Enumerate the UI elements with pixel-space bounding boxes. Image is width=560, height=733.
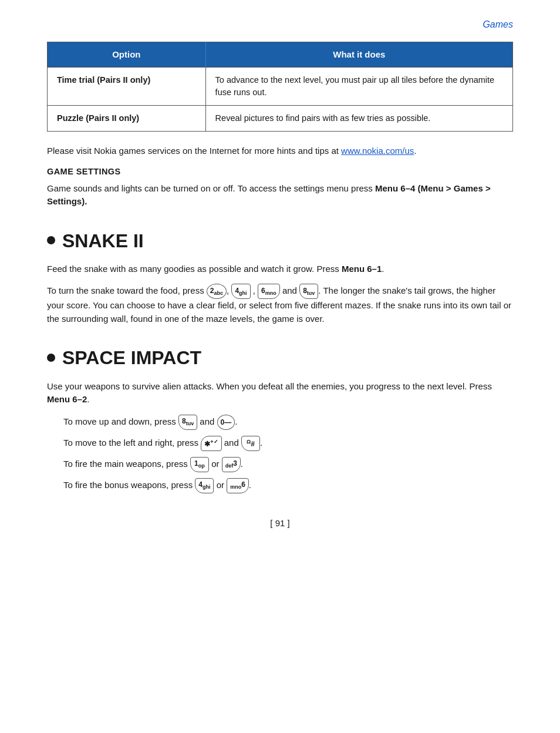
page-header: Games	[47, 18, 513, 31]
space-bullet	[47, 354, 55, 362]
space-heading: SPACE IMPACT	[62, 344, 201, 371]
space-heading-block: SPACE IMPACT	[47, 344, 513, 371]
header-title: Games	[483, 19, 513, 29]
table-row: Time trial (Pairs II only)To advance to …	[48, 67, 513, 105]
key-4ghi: 4ghi	[231, 284, 250, 299]
space-move-lr: To move to the left and right, press ✱+✓…	[63, 436, 513, 451]
key-6mno: 6mno	[258, 284, 280, 299]
table-cell-description: To advance to the next level, you must p…	[205, 67, 512, 105]
snake-para2: To turn the snake toward the food, press…	[47, 284, 513, 325]
snake-heading: SNAKE II	[62, 227, 144, 254]
space-move-updown: To move up and down, press 8tuv and 0—.	[63, 415, 513, 430]
key-1qp-space: 1op	[190, 457, 209, 472]
key-star-space: ✱+✓	[201, 436, 221, 451]
key-0-space: 0—	[217, 415, 235, 430]
nokia-link[interactable]: www.nokia.com/us	[341, 146, 414, 156]
snake-para1: Feed the snake with as many goodies as p…	[47, 263, 513, 276]
snake-heading-block: SNAKE II	[47, 227, 513, 254]
table-cell-option: Puzzle (Pairs II only)	[48, 105, 206, 131]
key-8tuv-space: 8tuv	[178, 415, 197, 430]
page-footer: [ 91 ]	[47, 517, 513, 530]
options-table: Option What it does Time trial (Pairs II…	[47, 42, 513, 132]
table-row: Puzzle (Pairs II only)Reveal pictures to…	[48, 105, 513, 131]
key-hash-space: Ω#	[241, 436, 260, 451]
space-para1: Use your weapons to survive alien attack…	[47, 380, 513, 406]
space-fire-main: To fire the main weapons, press 1op or d…	[63, 457, 513, 472]
game-settings-para: Game sounds and lights can be turned on …	[47, 182, 513, 209]
page-number: [ 91 ]	[270, 518, 289, 528]
table-col1-header: Option	[48, 42, 206, 68]
table-cell-option: Time trial (Pairs II only)	[48, 67, 206, 105]
nokia-para: Please visit Nokia games services on the…	[47, 144, 513, 158]
table-col2-header: What it does	[205, 42, 512, 68]
key-2abc: 2abc	[207, 284, 227, 299]
key-8tuv: 8tuv	[299, 284, 318, 299]
key-6mno-space: mno6	[227, 478, 249, 493]
key-4ghi-space: 4ghi	[195, 478, 214, 493]
game-settings-heading: GAME SETTINGS	[47, 166, 513, 178]
snake-bullet	[47, 236, 55, 244]
key-3def-space: def3	[222, 457, 241, 472]
table-cell-description: Reveal pictures to find pairs with as fe…	[205, 105, 512, 131]
space-fire-bonus: To fire the bonus weapons, press 4ghi or…	[63, 478, 513, 493]
